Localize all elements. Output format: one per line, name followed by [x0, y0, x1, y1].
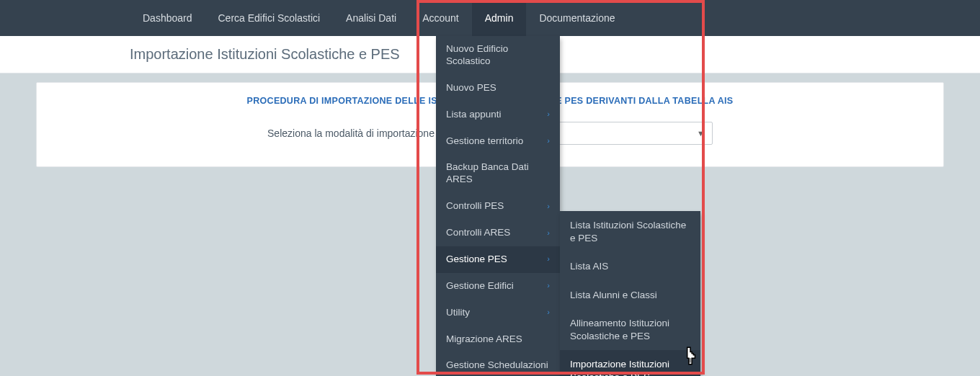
chevron-right-icon: ›	[547, 136, 550, 146]
menu-gestione-territorio[interactable]: Gestione territorio ›	[436, 128, 560, 155]
menu-label: Migrazione ARES	[446, 334, 522, 346]
admin-dropdown: Nuovo Edificio Scolastico Nuovo PES List…	[436, 36, 560, 376]
submenu-allineamento[interactable]: Allineamento Istituzioni Scolastiche e P…	[560, 309, 700, 350]
nav-documentazione[interactable]: Documentazione	[526, 0, 628, 36]
menu-label: Gestione territorio	[446, 135, 523, 148]
nav-dashboard[interactable]: Dashboard	[130, 0, 205, 36]
nav-account[interactable]: Account	[409, 0, 472, 36]
import-mode-label: Seleziona la modalità di importazione	[267, 127, 435, 139]
menu-label: Gestione Edifici	[446, 280, 514, 292]
menu-controlli-ares[interactable]: Controlli ARES ›	[436, 220, 560, 246]
menu-label: Backup Banca Dati ARES	[446, 161, 550, 186]
submenu-lista-alunni[interactable]: Lista Alunni e Classi	[560, 281, 700, 310]
menu-label: Gestione PES	[446, 254, 507, 266]
chevron-right-icon: ›	[547, 308, 550, 318]
menu-nuovo-edificio[interactable]: Nuovo Edificio Scolastico	[436, 36, 560, 75]
gestione-pes-submenu: Lista Istituzioni Scolastiche e PES List…	[560, 211, 700, 376]
menu-controlli-pes[interactable]: Controlli PES ›	[436, 193, 560, 220]
menu-gestione-schedulazioni[interactable]: Gestione Schedulazioni	[436, 352, 560, 376]
menu-label: Controlli PES	[446, 200, 504, 212]
nav-analisi-dati[interactable]: Analisi Dati	[333, 0, 409, 36]
menu-label: Nuovo PES	[446, 82, 496, 94]
menu-label: Nuovo Edificio Scolastico	[446, 43, 550, 68]
menu-label: Lista appunti	[446, 109, 502, 121]
menu-label: Gestione Schedulazioni	[446, 359, 548, 372]
top-navbar: Dashboard Cerca Edifici Scolastici Anali…	[0, 0, 980, 36]
menu-label: Utility	[446, 307, 470, 319]
chevron-right-icon: ›	[547, 109, 550, 120]
menu-utility[interactable]: Utility ›	[436, 300, 560, 326]
menu-backup-banca-dati[interactable]: Backup Banca Dati ARES	[436, 154, 560, 193]
nav-admin[interactable]: Admin	[472, 0, 527, 36]
submenu-lista-istituzioni[interactable]: Lista Istituzioni Scolastiche e PES	[560, 211, 700, 252]
chevron-right-icon: ›	[547, 254, 550, 264]
chevron-right-icon: ›	[547, 228, 550, 238]
menu-gestione-edifici[interactable]: Gestione Edifici ›	[436, 273, 560, 300]
menu-label: Controlli ARES	[446, 227, 510, 239]
menu-gestione-pes[interactable]: Gestione PES ›	[436, 246, 560, 273]
menu-lista-appunti[interactable]: Lista appunti ›	[436, 102, 560, 128]
submenu-lista-ais[interactable]: Lista AIS	[560, 252, 700, 281]
menu-nuovo-pes[interactable]: Nuovo PES	[436, 75, 560, 102]
nav-cerca-edifici[interactable]: Cerca Edifici Scolastici	[205, 0, 334, 36]
chevron-down-icon: ▼	[697, 129, 705, 138]
menu-migrazione-ares[interactable]: Migrazione ARES	[436, 326, 560, 353]
submenu-importazione[interactable]: Importazione Istituzioni Scolastiche e P…	[560, 350, 700, 376]
chevron-right-icon: ›	[547, 202, 550, 212]
page-title: Importazione Istituzioni Scolastiche e P…	[130, 46, 400, 63]
chevron-right-icon: ›	[547, 281, 550, 291]
